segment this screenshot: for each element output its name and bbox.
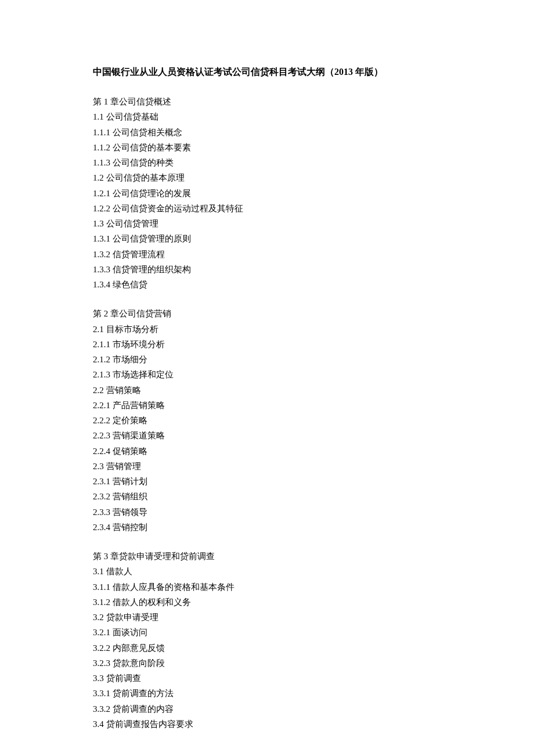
document-page: 中国银行业从业人员资格认证考试公司信贷科目考试大纲（2013 年版） 第 1 章…	[0, 0, 534, 756]
outline-content: 第 1 章公司信贷概述1.1 公司信贷基础1.1.1 公司信贷相关概念1.1.2…	[93, 94, 444, 732]
outline-line: 2.3.2 营销组织	[93, 489, 444, 504]
outline-line: 1.1 公司信贷基础	[93, 109, 444, 124]
outline-line: 3.2.1 面谈访问	[93, 625, 444, 640]
outline-line: 2.2 营销策略	[93, 383, 444, 398]
outline-line: 2.2.4 促销策略	[93, 444, 444, 459]
outline-line: 1.3.1 公司信贷管理的原则	[93, 231, 444, 246]
outline-line: 1.2.1 公司信贷理论的发展	[93, 186, 444, 201]
outline-line: 3.3 贷前调查	[93, 671, 444, 686]
outline-line: 3.4 贷前调查报告内容要求	[93, 717, 444, 732]
outline-line: 2.1.3 市场选择和定位	[93, 367, 444, 382]
outline-line: 2.2.3 营销渠道策略	[93, 428, 444, 443]
outline-line: 2.3.4 营销控制	[93, 520, 444, 535]
outline-line: 2.3 营销管理	[93, 459, 444, 474]
outline-line: 第 2 章公司信贷营销	[93, 306, 444, 321]
outline-line: 2.3.1 营销计划	[93, 474, 444, 489]
outline-line: 1.3.3 信贷管理的组织架构	[93, 262, 444, 277]
outline-line: 1.3 公司信贷管理	[93, 216, 444, 231]
outline-line: 第 3 章贷款申请受理和贷前调查	[93, 549, 444, 564]
outline-line: 3.1.2 借款人的权利和义务	[93, 595, 444, 610]
outline-line: 1.2.2 公司信贷资金的运动过程及其特征	[93, 201, 444, 216]
section-gap	[93, 292, 444, 306]
outline-line: 3.2.3 贷款意向阶段	[93, 656, 444, 671]
outline-line: 第 1 章公司信贷概述	[93, 94, 444, 109]
outline-line: 3.3.2 贷前调查的内容	[93, 701, 444, 717]
outline-line: 1.1.1 公司信贷相关概念	[93, 125, 444, 140]
outline-line: 3.1.1 借款人应具备的资格和基本条件	[93, 579, 444, 595]
outline-line: 2.1.1 市场环境分析	[93, 337, 444, 352]
outline-line: 1.3.4 绿色信贷	[93, 277, 444, 292]
outline-line: 2.3.3 营销领导	[93, 505, 444, 520]
document-title: 中国银行业从业人员资格认证考试公司信贷科目考试大纲（2013 年版）	[93, 64, 444, 80]
outline-line: 3.2 贷款申请受理	[93, 610, 444, 625]
outline-line: 1.1.3 公司信贷的种类	[93, 155, 444, 170]
section-gap	[93, 535, 444, 549]
outline-line: 2.1.2 市场细分	[93, 352, 444, 367]
outline-line: 1.2 公司信贷的基本原理	[93, 170, 444, 185]
outline-line: 3.3.1 贷前调查的方法	[93, 686, 444, 701]
outline-line: 3.1 借款人	[93, 564, 444, 579]
outline-line: 2.2.1 产品营销策略	[93, 398, 444, 413]
outline-line: 1.1.2 公司信贷的基本要素	[93, 140, 444, 155]
outline-line: 1.3.2 信贷管理流程	[93, 247, 444, 262]
outline-line: 3.2.2 内部意见反馈	[93, 640, 444, 656]
outline-line: 2.2.2 定价策略	[93, 413, 444, 428]
outline-line: 2.1 目标市场分析	[93, 322, 444, 337]
